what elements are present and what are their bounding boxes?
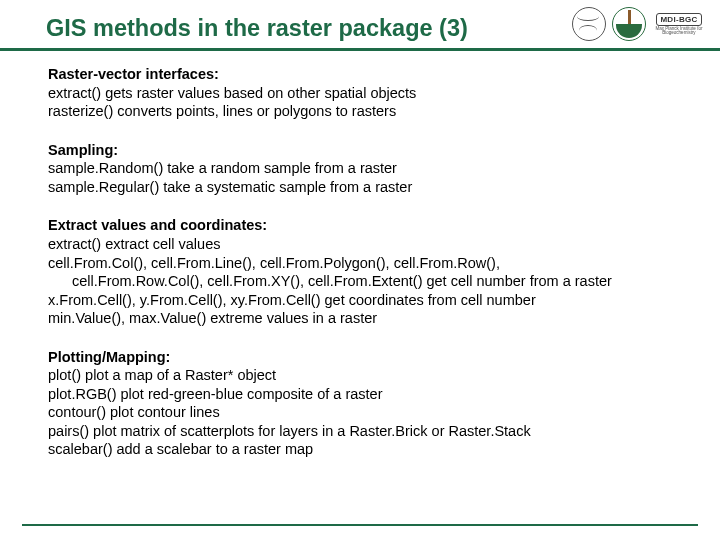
- body-line: plot.RGB() plot red-green-blue composite…: [48, 385, 684, 404]
- body-line: sample.Random() take a random sample fro…: [48, 159, 684, 178]
- body-line: scalebar() add a scalebar to a raster ma…: [48, 440, 684, 459]
- section-plotting: Plotting/Mapping: plot() plot a map of a…: [48, 348, 684, 459]
- section-heading: Raster-vector interfaces:: [48, 66, 219, 82]
- institute-logo: MDI-BGC Max Planck Institute for Biogeoc…: [652, 6, 706, 42]
- content: Raster-vector interfaces: extract() gets…: [0, 51, 720, 459]
- ecology-icon: [612, 7, 646, 41]
- body-line: extract() gets raster values based on ot…: [48, 84, 684, 103]
- section-sampling: Sampling: sample.Random() take a random …: [48, 141, 684, 197]
- institute-logo-text: MDI-BGC: [656, 13, 701, 26]
- section-heading: Extract values and coordinates:: [48, 217, 267, 233]
- body-line: sample.Regular() take a systematic sampl…: [48, 178, 684, 197]
- slide: GIS methods in the raster package (3) MD…: [0, 0, 720, 540]
- body-line: contour() plot contour lines: [48, 403, 684, 422]
- globe-icon: [572, 7, 606, 41]
- section-heading: Sampling:: [48, 142, 118, 158]
- body-line: rasterize() converts points, lines or po…: [48, 102, 684, 121]
- body-line: extract() extract cell values: [48, 235, 684, 254]
- body-line: pairs() plot matrix of scatterplots for …: [48, 422, 684, 441]
- logo-cluster: MDI-BGC Max Planck Institute for Biogeoc…: [572, 6, 706, 42]
- header: GIS methods in the raster package (3) MD…: [0, 0, 720, 51]
- footer-rule: [22, 524, 698, 526]
- section-raster-vector: Raster-vector interfaces: extract() gets…: [48, 65, 684, 121]
- body-line-indent: cell.From.Row.Col(), cell.From.XY(), cel…: [48, 272, 684, 291]
- body-line: min.Value(), max.Value() extreme values …: [48, 309, 684, 328]
- institute-logo-sub: Max Planck Institute for Biogeochemistry: [652, 27, 706, 36]
- body-line: plot() plot a map of a Raster* object: [48, 366, 684, 385]
- body-line: x.From.Cell(), y.From.Cell(), xy.From.Ce…: [48, 291, 684, 310]
- section-heading: Plotting/Mapping:: [48, 349, 170, 365]
- section-extract: Extract values and coordinates: extract(…: [48, 216, 684, 327]
- body-line: cell.From.Col(), cell.From.Line(), cell.…: [48, 254, 684, 273]
